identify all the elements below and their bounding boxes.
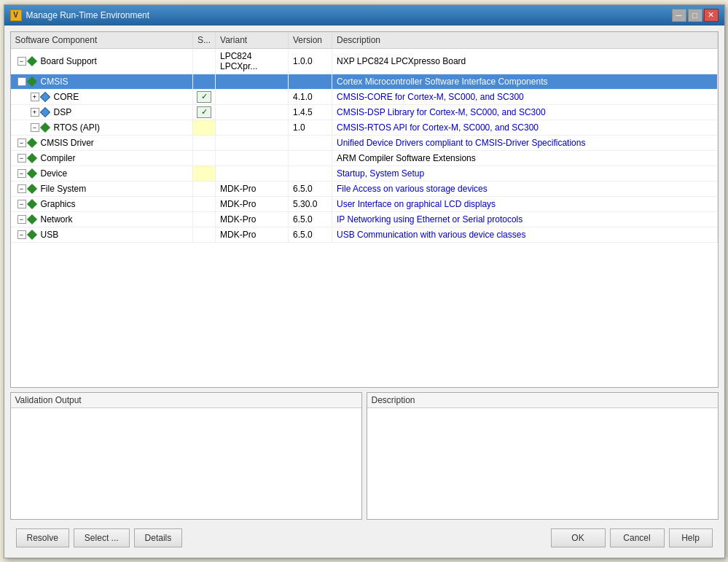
expand-button[interactable]: −: [17, 184, 26, 193]
expand-button[interactable]: −: [17, 77, 26, 86]
minimize-button[interactable]: ─: [672, 9, 686, 22]
component-table: Software Component S... Variant Version …: [11, 32, 718, 243]
diamond-blue-icon: [39, 106, 50, 117]
table-row[interactable]: +CORE✓4.1.0CMSIS-CORE for Cortex-M, SC00…: [11, 89, 718, 104]
maximize-button[interactable]: □: [688, 9, 702, 22]
table-row[interactable]: −File SystemMDK-Pro6.5.0File Access on v…: [11, 181, 718, 196]
variant-cell: [216, 165, 289, 181]
expand-button[interactable]: −: [17, 138, 26, 147]
help-button[interactable]: Help: [669, 528, 713, 547]
details-button[interactable]: Details: [134, 528, 183, 547]
component-name: Network: [41, 214, 73, 225]
table-row[interactable]: −CompilerARM Compiler Software Extension…: [11, 150, 718, 165]
table-row[interactable]: −Board SupportLPC824 LPCXpr...1.0.0NXP L…: [11, 48, 718, 74]
expand-button[interactable]: −: [17, 215, 26, 224]
table-row[interactable]: −DeviceStartup, System Setup: [11, 165, 718, 181]
table-row[interactable]: −GraphicsMDK-Pro5.30.0User Interface on …: [11, 196, 718, 211]
expand-button[interactable]: −: [17, 169, 26, 178]
expand-button[interactable]: −: [17, 57, 26, 66]
description-link[interactable]: CMSIS-CORE for Cortex-M, SC000, and SC30…: [337, 92, 524, 102]
component-name: Compiler: [41, 153, 76, 163]
description-cell: CMSIS-DSP Library for Cortex-M, SC000, a…: [332, 104, 717, 120]
window-title: Manage Run-Time Environment: [26, 10, 150, 20]
description-link[interactable]: CMSIS-DSP Library for Cortex-M, SC000, a…: [337, 107, 546, 117]
version-cell: 1.0: [289, 120, 332, 135]
component-cell: −CMSIS: [11, 74, 193, 89]
col-version: Version: [289, 32, 332, 49]
description-cell: Unified Device Drivers compliant to CMSI…: [332, 135, 717, 150]
col-s: S...: [193, 32, 216, 49]
table-row[interactable]: −RTOS (API)1.0CMSIS-RTOS API for Cortex-…: [11, 120, 718, 135]
description-link[interactable]: User Interface on graphical LCD displays: [337, 199, 496, 209]
app-icon: V: [10, 9, 22, 21]
bottom-panels: Validation Output Description: [10, 392, 719, 520]
table-row[interactable]: +DSP✓1.4.5CMSIS-DSP Library for Cortex-M…: [11, 104, 718, 120]
close-button[interactable]: ✕: [704, 9, 719, 22]
select-button[interactable]: Select ...: [74, 528, 130, 547]
description-link[interactable]: CMSIS-RTOS API for Cortex-M, SC000, and …: [337, 122, 539, 133]
component-name: RTOS (API): [54, 122, 101, 133]
component-name: CMSIS: [41, 77, 69, 87]
cancel-button[interactable]: Cancel: [610, 528, 665, 547]
component-cell: −CMSIS Driver: [11, 135, 193, 150]
component-name: CORE: [54, 92, 79, 102]
expand-button[interactable]: −: [17, 200, 26, 208]
table-header-row: Software Component S... Variant Version …: [11, 32, 718, 49]
diamond-icon: [39, 122, 50, 132]
resolve-button[interactable]: Resolve: [16, 528, 69, 547]
status-cell: [193, 120, 216, 135]
component-table-container[interactable]: Software Component S... Variant Version …: [10, 31, 719, 388]
status-cell: ✓: [193, 104, 216, 120]
description-cell: USB Communication with various device cl…: [332, 227, 717, 242]
table-row[interactable]: −NetworkMDK-Pro6.5.0IP Networking using …: [11, 211, 718, 227]
col-software-component: Software Component: [11, 32, 193, 49]
component-name: CMSIS Driver: [41, 138, 94, 148]
expand-button[interactable]: −: [17, 230, 26, 239]
expand-button[interactable]: +: [31, 108, 39, 117]
button-row: Resolve Select ... Details OK Cancel Hel…: [10, 524, 719, 552]
description-link[interactable]: IP Networking using Ethernet or Serial p…: [337, 214, 522, 225]
description-header: Description: [367, 393, 718, 408]
description-link[interactable]: Cortex Microcontroller Software Interfac…: [337, 77, 547, 87]
variant-cell: [216, 120, 289, 135]
diamond-icon: [26, 229, 36, 239]
titlebar-left: V Manage Run-Time Environment: [10, 9, 150, 21]
version-cell: 5.30.0: [289, 196, 332, 211]
table-row[interactable]: −CMSISCortex Microcontroller Software In…: [11, 74, 718, 89]
variant-cell: MDK-Pro: [216, 211, 289, 227]
table-row[interactable]: −USBMDK-Pro6.5.0USB Communication with v…: [11, 227, 718, 242]
description-link[interactable]: USB Communication with various device cl…: [337, 230, 525, 240]
component-checkbox[interactable]: ✓: [197, 106, 211, 118]
col-description: Description: [332, 32, 717, 49]
component-name: Board Support: [41, 56, 97, 66]
component-checkbox[interactable]: ✓: [197, 91, 211, 103]
diamond-blue-icon: [39, 91, 50, 101]
version-cell: [289, 135, 332, 150]
version-cell: 4.1.0: [289, 89, 332, 104]
description-link[interactable]: File Access on various storage devices: [337, 184, 488, 194]
status-cell: [193, 165, 216, 181]
version-cell: [289, 165, 332, 181]
description-link[interactable]: Unified Device Drivers compliant to CMSI…: [337, 138, 585, 148]
component-name: File System: [41, 184, 87, 194]
component-cell: +CORE: [11, 89, 193, 104]
titlebar-controls: ─ □ ✕: [672, 9, 719, 22]
description-cell: CMSIS-RTOS API for Cortex-M, SC000, and …: [332, 120, 717, 135]
diamond-icon: [26, 76, 36, 86]
diamond-icon: [26, 55, 36, 66]
variant-cell: MDK-Pro: [216, 227, 289, 242]
description-link[interactable]: Startup, System Setup: [337, 168, 424, 179]
status-cell: [193, 48, 216, 74]
expand-button[interactable]: −: [31, 123, 39, 132]
main-window: V Manage Run-Time Environment ─ □ ✕ Soft…: [4, 4, 725, 558]
component-cell: −RTOS (API): [11, 120, 193, 135]
version-cell: 1.4.5: [289, 104, 332, 120]
status-cell: [193, 74, 216, 89]
component-name: Device: [41, 168, 68, 179]
expand-button[interactable]: +: [31, 93, 39, 101]
titlebar: V Manage Run-Time Environment ─ □ ✕: [4, 5, 724, 26]
component-cell: −USB: [11, 227, 193, 242]
expand-button[interactable]: −: [17, 154, 26, 163]
table-row[interactable]: −CMSIS DriverUnified Device Drivers comp…: [11, 135, 718, 150]
ok-button[interactable]: OK: [551, 528, 606, 547]
